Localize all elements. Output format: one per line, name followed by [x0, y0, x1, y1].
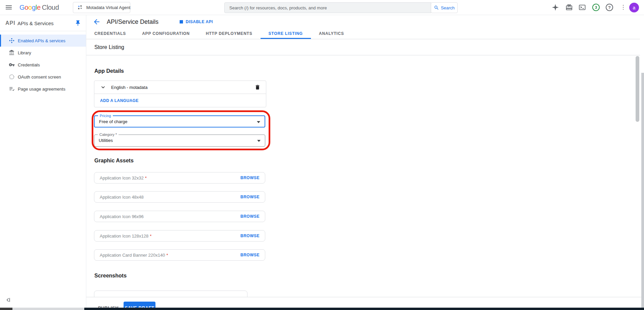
agreements-list-icon [9, 86, 15, 92]
google-cloud-logo[interactable]: GoogleCloud [19, 3, 59, 11]
required-asterisk: * [166, 253, 168, 258]
required-asterisk: * [145, 175, 147, 180]
search-button[interactable]: Search [431, 2, 458, 13]
chevron-down-icon[interactable] [100, 84, 106, 91]
pricing-value: Free of charge [99, 116, 128, 127]
search-input[interactable] [224, 2, 431, 13]
disable-api-button[interactable]: DISABLE API [180, 15, 213, 29]
asset-field-icon-96: Application Icon 96x96 BROWSE [94, 211, 265, 222]
sidebar-item-oauth-consent[interactable]: OAuth consent screen [0, 71, 86, 83]
stop-icon [180, 20, 183, 23]
asset-field-icon-32: Application Icon 32x32 * BROWSE [94, 172, 265, 184]
graphic-assets-heading: Graphic Assets [94, 158, 134, 164]
browse-button[interactable]: BROWSE [240, 234, 260, 238]
browse-button[interactable]: BROWSE [240, 253, 260, 257]
pin-icon[interactable] [75, 20, 81, 27]
tab-http-deployments[interactable]: HTTP DEPLOYMENTS [198, 29, 261, 39]
content-scrollbar-thumb[interactable] [636, 56, 639, 122]
section-title-band: Store Listing [86, 39, 640, 55]
language-row[interactable]: English - motadata [94, 81, 266, 94]
trial-count: 3 [595, 5, 597, 9]
cloud-shell-icon[interactable] [579, 4, 586, 11]
project-name: Motadata Virtual Agent [86, 5, 130, 10]
language-panel: English - motadata ADD A LANGUAGE [94, 81, 266, 107]
delete-language-icon[interactable] [255, 84, 261, 90]
sidebar-item-credentials[interactable]: Credentials [0, 59, 86, 71]
sidebar-item-label: Library [18, 50, 31, 55]
main-content: API/Service Details DISABLE API CREDENTI… [86, 15, 644, 310]
taskbar-edge-strip [0, 308, 12, 310]
search-button-label: Search [441, 5, 455, 10]
category-select[interactable]: Category * Utilities [94, 135, 265, 147]
menu-icon[interactable] [5, 3, 13, 11]
sidebar-item-label: Enabled APIs & services [18, 38, 65, 43]
sidebar-item-library[interactable]: Library [0, 47, 86, 59]
tab-bar: CREDENTIALS APP CONFIGURATION HTTP DEPLO… [86, 29, 640, 39]
logo-letter: o [25, 4, 28, 11]
gemini-sparkle-icon[interactable] [552, 4, 559, 11]
sidebar-item-page-usage-agreements[interactable]: Page usage agreements [0, 83, 86, 95]
avatar-letter: a [633, 5, 636, 10]
collapse-sidebar-icon[interactable] [5, 297, 11, 303]
required-asterisk: * [150, 234, 151, 239]
key-icon [9, 62, 15, 68]
avatar[interactable]: a [629, 3, 639, 12]
app-details-heading: App Details [94, 68, 124, 74]
dropdown-arrow-icon [257, 121, 260, 123]
asset-label: Application Icon 128x128 [100, 234, 148, 239]
library-icon [9, 50, 15, 56]
sidebar-header: API APIs & Services [0, 15, 86, 31]
browse-button[interactable]: BROWSE [240, 175, 260, 180]
oauth-consent-icon [9, 74, 15, 80]
project-selector[interactable]: Motadata Virtual Agent [73, 2, 130, 13]
asset-field-card-banner: Application Card Banner 220x140 * BROWSE [94, 249, 265, 261]
sidebar-nav: Enabled APIs & services Library Credenti… [0, 35, 86, 95]
page-title: API/Service Details [107, 15, 158, 29]
category-value: Utilities [99, 135, 113, 146]
taskbar-edge-strip [12, 308, 84, 310]
tab-analytics[interactable]: ANALYTICS [311, 29, 352, 39]
help-icon[interactable]: ? [606, 4, 613, 11]
sidebar-title: APIs & Services [17, 20, 54, 26]
screenshots-heading: Screenshots [94, 273, 127, 279]
sidebar-item-label: OAuth consent screen [18, 74, 61, 80]
logo-letter: G [19, 4, 25, 11]
top-app-bar: GoogleCloud Motadata Virtual Agent Searc… [0, 0, 644, 15]
logo-letter: g [32, 4, 36, 11]
more-glyph: ⋮ [620, 4, 626, 10]
asset-field-icon-128: Application Icon 128x128 * BROWSE [94, 230, 265, 242]
taskbar-edge-strip [84, 308, 644, 310]
free-trial-days-badge[interactable]: 3 [592, 4, 600, 11]
search-icon [434, 5, 439, 10]
section-title: Store Listing [94, 39, 124, 55]
window-scrollbar[interactable] [641, 73, 644, 310]
tab-store-listing[interactable]: STORE LISTING [261, 29, 311, 39]
sidebar-item-label: Credentials [18, 62, 40, 67]
add-language-button[interactable]: ADD A LANGUAGE [94, 94, 266, 107]
more-vert-icon[interactable]: ⋮ [620, 3, 627, 11]
logo-cloud-text: Cloud [42, 4, 59, 11]
tab-credentials[interactable]: CREDENTIALS [86, 29, 134, 39]
sidebar-item-label: Page usage agreements [18, 87, 65, 92]
disable-api-label: DISABLE API [186, 19, 213, 24]
browse-button[interactable]: BROWSE [240, 214, 260, 219]
dropdown-arrow-icon [257, 140, 261, 142]
pricing-select[interactable]: Pricing Free of charge [94, 115, 265, 127]
browse-button[interactable]: BROWSE [240, 195, 260, 199]
logo-letter: o [28, 4, 32, 11]
back-arrow-icon[interactable] [93, 18, 101, 26]
page-header: API/Service Details DISABLE API [86, 15, 644, 29]
asset-field-icon-48: Application Icon 48x48 BROWSE [94, 191, 265, 203]
asset-label: Application Card Banner 220x140 [100, 253, 165, 258]
asset-label: Application Icon 48x48 [100, 195, 144, 200]
language-label: English - motadata [111, 85, 147, 90]
gift-icon[interactable] [565, 4, 573, 11]
help-glyph: ? [608, 5, 611, 10]
tab-app-configuration[interactable]: APP CONFIGURATION [134, 29, 198, 39]
asset-label: Application Icon 32x32 [100, 175, 144, 180]
enabled-apis-icon [9, 38, 15, 44]
asset-label: Application Icon 96x96 [100, 214, 144, 219]
logo-letter: e [37, 4, 41, 11]
sidebar-item-enabled-apis[interactable]: Enabled APIs & services [0, 35, 86, 47]
sidebar: API APIs & Services Enabled APIs & servi… [0, 15, 86, 310]
